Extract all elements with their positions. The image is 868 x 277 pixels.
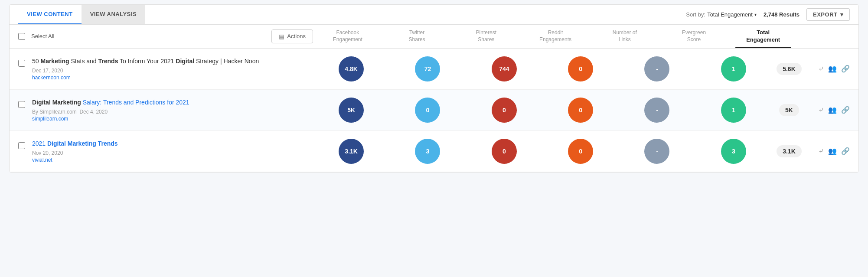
select-all-checkbox[interactable] bbox=[18, 33, 25, 40]
tab-view-content[interactable]: VIEW CONTENT bbox=[18, 5, 82, 24]
metric-twitter: 72 bbox=[389, 56, 466, 81]
actions-button[interactable]: ▤ Actions bbox=[271, 29, 313, 43]
metric-total: 5.6K bbox=[772, 63, 806, 75]
metric-evergreen: 1 bbox=[695, 56, 772, 81]
row-info: 50 Marketing Stats and Trends To Inform … bbox=[32, 57, 304, 81]
row-checkbox[interactable] bbox=[18, 142, 25, 149]
select-all-label: Select All bbox=[31, 33, 54, 39]
row-checkbox-wrap[interactable] bbox=[18, 100, 27, 109]
col-header-total: TotalEngagement bbox=[728, 29, 798, 44]
share-icon[interactable]: ⤶ bbox=[818, 147, 824, 155]
row-title-link[interactable]: Digital Marketing Salary: Trends and Pre… bbox=[32, 99, 189, 106]
metric-reddit: 0 bbox=[542, 98, 619, 123]
row-left: 50 Marketing Stats and Trends To Inform … bbox=[18, 57, 313, 81]
row-date: Nov 20, 2020 bbox=[32, 150, 304, 156]
users-icon[interactable]: 👥 bbox=[828, 65, 837, 73]
title-bold: Digital bbox=[176, 58, 194, 65]
evergreen-circle: 1 bbox=[721, 56, 746, 81]
tab-view-analysis[interactable]: VIEW ANALYSIS bbox=[82, 5, 145, 24]
pinterest-circle: 0 bbox=[492, 98, 517, 123]
row-domain[interactable]: hackernoon.com bbox=[32, 75, 304, 81]
reddit-circle: 0 bbox=[568, 139, 593, 164]
metric-twitter: 0 bbox=[389, 98, 466, 123]
links-circle: - bbox=[644, 139, 669, 164]
row-metrics: 5K 0 0 0 - bbox=[313, 98, 850, 123]
evergreen-circle: 1 bbox=[721, 98, 746, 123]
twitter-value: 3 bbox=[426, 148, 430, 155]
total-badge: 3.1K bbox=[777, 145, 802, 157]
col-header-evergreen: EvergreenScore bbox=[659, 29, 729, 43]
metric-facebook: 4.8K bbox=[313, 56, 389, 81]
row-domain[interactable]: vivial.net bbox=[32, 157, 304, 163]
sort-chevron-icon: ▾ bbox=[754, 12, 757, 17]
row-checkbox-wrap[interactable] bbox=[18, 59, 27, 68]
main-container: VIEW CONTENT VIEW ANALYSIS Sort by: Tota… bbox=[9, 4, 859, 173]
row-checkbox[interactable] bbox=[18, 101, 25, 108]
actions-label: Actions bbox=[287, 33, 306, 39]
col-header-reddit: RedditEngagements bbox=[521, 29, 590, 43]
metric-evergreen: 3 bbox=[695, 139, 772, 164]
users-icon[interactable]: 👥 bbox=[828, 106, 837, 114]
title-bold: Marketing bbox=[40, 58, 69, 65]
table-row: 50 Marketing Stats and Trends To Inform … bbox=[10, 49, 858, 90]
row-domain[interactable]: simplilearn.com bbox=[32, 116, 304, 122]
export-chevron-icon: ▾ bbox=[840, 11, 844, 18]
total-value: 5K bbox=[785, 107, 793, 114]
metric-pinterest: 744 bbox=[466, 56, 542, 81]
title-text: 50 bbox=[32, 58, 40, 65]
title-bold: Trends bbox=[98, 58, 118, 65]
sort-by-label: Sort by: bbox=[686, 11, 705, 18]
facebook-value: 3.1K bbox=[345, 148, 358, 155]
share-icon[interactable]: ⤶ bbox=[818, 106, 824, 114]
facebook-value: 5K bbox=[347, 107, 355, 114]
evergreen-value: 3 bbox=[732, 148, 735, 155]
pinterest-value: 744 bbox=[499, 65, 509, 72]
pinterest-value: 0 bbox=[503, 107, 506, 114]
row-info: Digital Marketing Salary: Trends and Pre… bbox=[32, 98, 304, 122]
share-icon[interactable]: ⤶ bbox=[818, 65, 824, 73]
metric-total: 3.1K bbox=[772, 145, 806, 157]
col-header-facebook: FacebookEngagement bbox=[313, 29, 382, 43]
row-title-link[interactable]: 2021 Digital Marketing Trends bbox=[32, 140, 118, 147]
row-metrics: 3.1K 3 0 0 - bbox=[313, 139, 850, 164]
row-action-icons: ⤶ 👥 🔗 bbox=[806, 106, 850, 114]
sort-by-control[interactable]: Sort by: Total Engagement ▾ bbox=[686, 11, 757, 18]
total-badge: 5.6K bbox=[777, 63, 802, 75]
metric-links: - bbox=[619, 98, 695, 123]
tabs-left: VIEW CONTENT VIEW ANALYSIS bbox=[18, 5, 145, 24]
total-value: 3.1K bbox=[783, 148, 796, 155]
link-icon[interactable]: 🔗 bbox=[841, 106, 850, 114]
evergreen-value: 1 bbox=[732, 107, 735, 114]
export-button[interactable]: EXPORT ▾ bbox=[806, 8, 850, 21]
twitter-value: 0 bbox=[426, 107, 430, 114]
row-checkbox[interactable] bbox=[18, 60, 25, 67]
users-icon[interactable]: 👥 bbox=[828, 147, 837, 155]
pinterest-value: 0 bbox=[503, 148, 506, 155]
link-icon[interactable]: 🔗 bbox=[841, 147, 850, 155]
reddit-value: 0 bbox=[579, 148, 582, 155]
row-date: Dec 17, 2020 bbox=[32, 68, 304, 74]
metric-total: 5K bbox=[772, 104, 806, 116]
reddit-value: 0 bbox=[579, 107, 582, 114]
results-count: 2,748 Results bbox=[764, 11, 799, 18]
select-all-checkbox-wrap[interactable] bbox=[18, 32, 27, 41]
row-action-icons: ⤶ 👥 🔗 bbox=[806, 65, 850, 73]
reddit-circle: 0 bbox=[568, 56, 593, 81]
row-by: By Simplilearn.com bbox=[32, 109, 77, 115]
link-icon[interactable]: 🔗 bbox=[841, 65, 850, 73]
facebook-circle: 3.1K bbox=[339, 139, 364, 164]
pinterest-circle: 744 bbox=[492, 56, 517, 81]
row-checkbox-wrap[interactable] bbox=[18, 141, 27, 150]
links-value: - bbox=[656, 107, 658, 114]
metric-links: - bbox=[619, 139, 695, 164]
reddit-value: 0 bbox=[579, 65, 582, 72]
actions-icon: ▤ bbox=[279, 33, 284, 40]
header-columns: FacebookEngagement TwitterShares Pintere… bbox=[313, 29, 850, 44]
title-text: To Inform Your 2021 bbox=[118, 58, 176, 65]
facebook-circle: 5K bbox=[339, 98, 364, 123]
title-text: Strategy | Hacker Noon bbox=[194, 58, 259, 65]
row-title: 50 Marketing Stats and Trends To Inform … bbox=[32, 57, 304, 66]
row-date-text: Dec 4, 2020 bbox=[79, 109, 108, 115]
twitter-circle: 72 bbox=[415, 56, 440, 81]
col-header-pinterest: PinterestShares bbox=[451, 29, 521, 43]
